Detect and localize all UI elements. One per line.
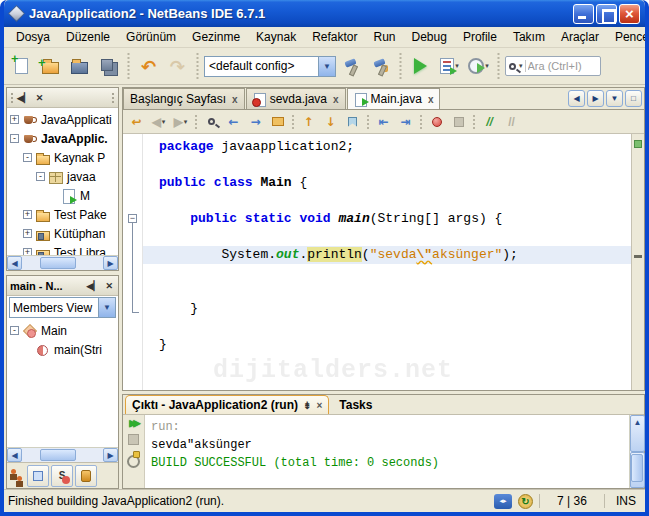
build-project-button[interactable] — [338, 53, 365, 80]
maximize-editor-button[interactable]: □ — [625, 90, 642, 107]
tree-item[interactable]: +Test Libra — [7, 243, 118, 255]
highlight-search-button[interactable] — [267, 112, 288, 132]
menu-kaynak[interactable]: Kaynak — [248, 28, 304, 46]
current-line-mark[interactable] — [634, 255, 642, 258]
show-non-public-filter-button[interactable] — [75, 465, 97, 487]
chevron-down-icon[interactable]: ▾ — [485, 62, 489, 70]
scroll-right-icon[interactable]: ▶ — [103, 448, 118, 462]
navigator-panel-header[interactable]: main - N... ◀▏ ✕ — [7, 276, 118, 296]
scrollbar-thumb[interactable] — [40, 449, 76, 461]
menu-profile[interactable]: Profile — [455, 28, 505, 46]
code-line[interactable]: public class Main { — [143, 174, 631, 192]
last-edit-position-button[interactable]: ↩ — [126, 112, 147, 132]
editor-tab[interactable]: Main.javax — [347, 88, 441, 109]
find-previous-button[interactable]: ← — [223, 112, 244, 132]
fold-collapse-icon[interactable]: − — [128, 214, 137, 223]
rerun-button[interactable]: ▶▶ — [130, 418, 138, 428]
show-static-filter-button[interactable]: S — [51, 465, 73, 487]
scrollbar-thumb[interactable] — [631, 454, 643, 482]
tree-item[interactable]: -JavaApplic. — [7, 129, 118, 148]
tree-item[interactable]: -javaa — [7, 167, 118, 186]
minimize-window-icon[interactable]: ⇟ — [303, 400, 311, 411]
find-button[interactable] — [201, 112, 222, 132]
close-panel-icon[interactable]: ✕ — [34, 93, 46, 103]
expand-icon[interactable]: + — [10, 115, 19, 124]
projects-panel-header[interactable]: ◀▏ ✕ — [7, 88, 118, 108]
undo-button[interactable]: ↶ — [135, 53, 162, 80]
shift-right-button[interactable]: ⇥ — [395, 112, 416, 132]
tab-list-dropdown-button[interactable]: ▼ — [606, 90, 623, 107]
menu-gezinme[interactable]: Gezinme — [184, 28, 248, 46]
config-combobox[interactable]: <default config> ▼ — [204, 56, 336, 77]
close-tab-icon[interactable]: × — [316, 400, 322, 411]
code-line[interactable]: } — [143, 300, 631, 318]
profile-project-button[interactable]: ▾ — [465, 53, 492, 80]
editor-navigation-icon[interactable]: ◂▸ — [494, 494, 512, 509]
stop-run-button[interactable] — [128, 434, 139, 445]
output-vscrollbar[interactable]: ▲ ▼ — [629, 415, 644, 488]
close-tab-icon[interactable]: x — [232, 94, 238, 105]
collapse-icon[interactable]: - — [10, 326, 19, 335]
clean-build-button[interactable] — [367, 53, 394, 80]
new-file-button[interactable]: + — [8, 53, 35, 80]
output-tab[interactable]: Çıktı - JavaApplication2 (run)⇟× — [125, 395, 329, 414]
code-line[interactable] — [143, 192, 631, 210]
tree-item[interactable]: -Main — [7, 321, 118, 340]
collapse-icon[interactable]: - — [36, 172, 45, 181]
tree-item[interactable]: +JavaApplicati — [7, 110, 118, 129]
run-project-button[interactable] — [407, 53, 434, 80]
editor-tab[interactable]: Başlangıç Sayfasıx — [123, 88, 245, 109]
editor-tab[interactable]: sevda.javax — [246, 88, 346, 109]
close-tab-icon[interactable]: x — [333, 94, 339, 105]
scroll-left-icon[interactable]: ◀ — [7, 256, 22, 270]
toggle-bookmark-button[interactable] — [342, 112, 363, 132]
code-line[interactable]: public static void main(String[] args) { — [143, 210, 631, 228]
code-editor[interactable]: − dijitalders.net package javaapplicatio… — [123, 134, 644, 390]
collapse-icon[interactable]: - — [10, 134, 19, 143]
tree-item[interactable]: main(Stri — [7, 340, 118, 359]
new-project-button[interactable]: + — [37, 53, 64, 80]
show-fields-filter-button[interactable] — [27, 465, 49, 487]
menu-görünüm[interactable]: Görünüm — [118, 28, 184, 46]
menu-araçlar[interactable]: Araçlar — [553, 28, 607, 46]
debug-project-button[interactable]: ▾ — [436, 53, 463, 80]
chevron-down-icon[interactable]: ▾ — [519, 62, 523, 70]
update-center-icon[interactable]: ↻ — [518, 494, 533, 509]
next-bookmark-button[interactable]: ↓ — [320, 112, 341, 132]
close-panel-icon[interactable]: ✕ — [103, 281, 115, 291]
undock-icon[interactable]: ◀▏ — [87, 281, 101, 291]
minimize-button[interactable] — [573, 4, 594, 24]
code-line[interactable]: package javaapplication2; — [143, 138, 631, 156]
back-button[interactable]: ◀▾ — [148, 112, 169, 132]
scroll-tabs-left-button[interactable]: ◀ — [568, 90, 585, 107]
projects-hscrollbar[interactable]: ◀ ▶ — [7, 255, 118, 270]
scroll-left-icon[interactable]: ◀ — [7, 448, 22, 462]
expand-icon[interactable]: + — [23, 248, 32, 255]
chevron-down-icon[interactable]: ▼ — [98, 298, 115, 317]
uncomment-button[interactable]: // — [501, 112, 522, 132]
maximize-button[interactable] — [596, 4, 617, 24]
navigator-hscrollbar[interactable]: ◀ ▶ — [7, 447, 118, 462]
code-line[interactable] — [143, 228, 631, 246]
shift-left-button[interactable]: ⇤ — [373, 112, 394, 132]
save-all-button[interactable] — [95, 53, 122, 80]
tree-item[interactable]: +Kütüphan — [7, 224, 118, 243]
menu-refaktor[interactable]: Refaktor — [304, 28, 365, 46]
output-tab[interactable]: Tasks — [333, 395, 378, 414]
scroll-up-icon[interactable]: ▲ — [630, 415, 645, 452]
redo-button[interactable]: ↷ — [164, 53, 191, 80]
start-macro-recording-button[interactable] — [426, 112, 447, 132]
undock-icon[interactable]: ◀▏ — [17, 93, 31, 103]
menu-takım[interactable]: Takım — [505, 28, 553, 46]
menu-düzenle[interactable]: Düzenle — [58, 28, 118, 46]
error-stripe[interactable] — [631, 134, 644, 390]
previous-bookmark-button[interactable]: ↑ — [298, 112, 319, 132]
code-line[interactable] — [143, 318, 631, 336]
close-button[interactable] — [619, 4, 640, 24]
code-line[interactable] — [143, 264, 631, 282]
code-text[interactable]: dijitalders.net package javaapplication2… — [143, 134, 631, 390]
menu-pencere[interactable]: Pencere — [607, 28, 649, 46]
navigator-view-combobox[interactable]: Members View ▼ — [9, 297, 116, 318]
tree-item[interactable]: M — [7, 186, 118, 205]
fold-gutter[interactable]: − — [123, 134, 143, 390]
